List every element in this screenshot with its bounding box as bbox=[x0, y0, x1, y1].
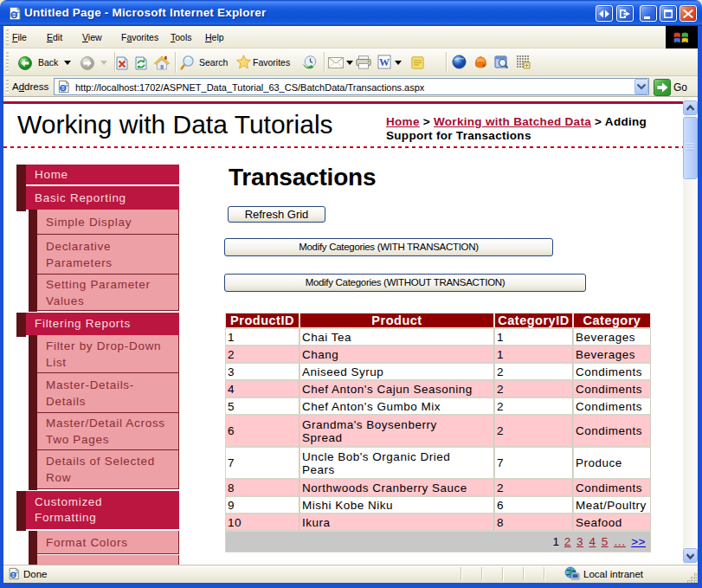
svg-text:W: W bbox=[379, 56, 390, 68]
